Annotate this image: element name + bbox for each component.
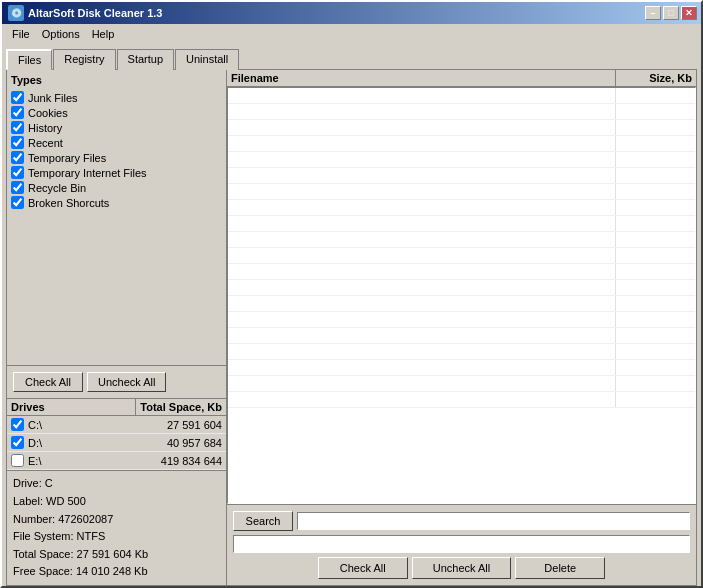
- drives-section: Drives Total Space, Kb C:\27 591 604D:\4…: [7, 398, 226, 470]
- file-row-size: [615, 328, 695, 343]
- drive-label-2: E:\: [28, 455, 41, 467]
- uncheck-all-files-button[interactable]: Uncheck All: [412, 557, 511, 579]
- file-row-size: [615, 104, 695, 119]
- file-row-name: [228, 216, 615, 231]
- check-all-types-button[interactable]: Check All: [13, 372, 83, 392]
- file-col-size: Size, Kb: [616, 70, 696, 86]
- type-item: History: [11, 120, 222, 135]
- drive-label-0: C:\: [28, 419, 42, 431]
- menu-bar: File Options Help: [2, 24, 701, 44]
- file-row-name: [228, 120, 615, 135]
- file-row-size: [615, 392, 695, 407]
- type-checkbox-2[interactable]: [11, 121, 24, 134]
- secondary-progress-bar: [233, 535, 690, 553]
- type-checkbox-3[interactable]: [11, 136, 24, 149]
- type-checkbox-4[interactable]: [11, 151, 24, 164]
- tab-registry[interactable]: Registry: [53, 49, 115, 70]
- file-row: [228, 104, 695, 120]
- drive-name-0: C:\: [7, 416, 136, 433]
- type-checkbox-6[interactable]: [11, 181, 24, 194]
- file-row-name: [228, 376, 615, 391]
- file-row-name: [228, 152, 615, 167]
- file-row-size: [615, 184, 695, 199]
- file-rows-container: [228, 88, 695, 503]
- file-row: [228, 344, 695, 360]
- file-row-name: [228, 280, 615, 295]
- type-checkbox-0[interactable]: [11, 91, 24, 104]
- file-row: [228, 232, 695, 248]
- file-list-body: [227, 87, 696, 504]
- file-row-size: [615, 200, 695, 215]
- type-item: Recent: [11, 135, 222, 150]
- drives-header: Drives Total Space, Kb: [7, 399, 226, 416]
- info-panel: Drive: CLabel: WD 500Number: 472602087Fi…: [7, 470, 226, 585]
- type-label-3: Recent: [28, 137, 63, 149]
- drive-checkbox-1[interactable]: [11, 436, 24, 449]
- uncheck-all-types-button[interactable]: Uncheck All: [87, 372, 166, 392]
- type-item: Broken Shorcuts: [11, 195, 222, 210]
- file-row-name: [228, 392, 615, 407]
- maximize-button[interactable]: □: [663, 6, 679, 20]
- drive-row: C:\27 591 604: [7, 416, 226, 434]
- minimize-button[interactable]: –: [645, 6, 661, 20]
- check-all-files-button[interactable]: Check All: [318, 557, 408, 579]
- file-row: [228, 168, 695, 184]
- drive-size-1: 40 957 684: [136, 435, 226, 451]
- info-line-2: Number: 472602087: [13, 511, 220, 529]
- close-button[interactable]: ✕: [681, 6, 697, 20]
- file-row-name: [228, 232, 615, 247]
- file-row-size: [615, 376, 695, 391]
- tab-startup[interactable]: Startup: [117, 49, 174, 70]
- tab-bar: Files Registry Startup Uninstall: [2, 44, 701, 69]
- file-row-name: [228, 200, 615, 215]
- type-checkbox-7[interactable]: [11, 196, 24, 209]
- main-window: 💿 AltarSoft Disk Cleaner 1.3 – □ ✕ File …: [0, 0, 703, 588]
- type-checkbox-5[interactable]: [11, 166, 24, 179]
- drive-size-0: 27 591 604: [136, 417, 226, 433]
- action-row: Check All Uncheck All Delete: [233, 557, 690, 579]
- file-row-size: [615, 216, 695, 231]
- app-icon: 💿: [8, 5, 24, 21]
- title-bar-left: 💿 AltarSoft Disk Cleaner 1.3: [8, 5, 163, 21]
- file-row-name: [228, 248, 615, 263]
- menu-file[interactable]: File: [6, 26, 36, 42]
- file-row-name: [228, 104, 615, 119]
- menu-help[interactable]: Help: [86, 26, 121, 42]
- type-checkbox-1[interactable]: [11, 106, 24, 119]
- type-item: Recycle Bin: [11, 180, 222, 195]
- file-row-size: [615, 264, 695, 279]
- file-row: [228, 248, 695, 264]
- delete-button[interactable]: Delete: [515, 557, 605, 579]
- file-row-size: [615, 120, 695, 135]
- file-row: [228, 312, 695, 328]
- menu-options[interactable]: Options: [36, 26, 86, 42]
- drive-label-1: D:\: [28, 437, 42, 449]
- check-buttons: Check All Uncheck All: [7, 365, 226, 398]
- file-row: [228, 376, 695, 392]
- drive-checkbox-0[interactable]: [11, 418, 24, 431]
- file-row-size: [615, 136, 695, 151]
- file-row: [228, 120, 695, 136]
- title-bar: 💿 AltarSoft Disk Cleaner 1.3 – □ ✕: [2, 2, 701, 24]
- search-button[interactable]: Search: [233, 511, 293, 531]
- drives-list: C:\27 591 604D:\40 957 684E:\419 834 644: [7, 416, 226, 470]
- types-section: Types Junk FilesCookiesHistoryRecentTemp…: [7, 70, 226, 365]
- file-row-size: [615, 344, 695, 359]
- types-label: Types: [11, 74, 222, 86]
- info-line-3: File System: NTFS: [13, 528, 220, 546]
- file-row-size: [615, 232, 695, 247]
- tab-uninstall[interactable]: Uninstall: [175, 49, 239, 70]
- drive-checkbox-2[interactable]: [11, 454, 24, 467]
- file-row-size: [615, 152, 695, 167]
- file-row: [228, 360, 695, 376]
- tab-files[interactable]: Files: [6, 49, 52, 70]
- left-panel: Types Junk FilesCookiesHistoryRecentTemp…: [7, 70, 227, 585]
- type-item: Cookies: [11, 105, 222, 120]
- bottom-controls: Search Check All Uncheck All Delete: [227, 504, 696, 585]
- tab-content: Types Junk FilesCookiesHistoryRecentTemp…: [6, 69, 697, 586]
- file-row-name: [228, 136, 615, 151]
- drive-row: D:\40 957 684: [7, 434, 226, 452]
- type-label-0: Junk Files: [28, 92, 78, 104]
- file-row: [228, 328, 695, 344]
- file-row-name: [228, 168, 615, 183]
